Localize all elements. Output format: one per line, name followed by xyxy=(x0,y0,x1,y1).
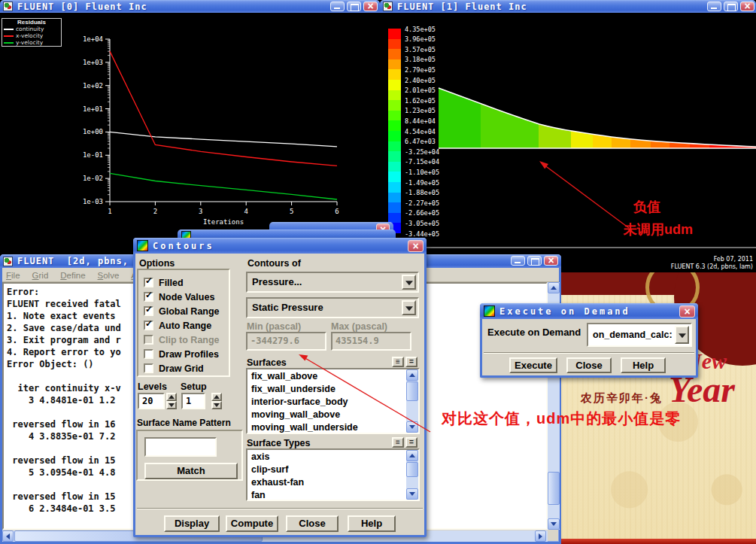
close-button[interactable] xyxy=(363,2,378,11)
levels-stepper[interactable]: 20 xyxy=(138,393,165,409)
help-button[interactable]: Help xyxy=(348,515,396,532)
legend-item: continuity xyxy=(2,26,61,32)
maximize-button[interactable] xyxy=(724,2,738,11)
annotation-udm-not-called: 未调用udm xyxy=(624,220,693,239)
chevron-down-icon[interactable] xyxy=(675,326,689,344)
residuals-titlebar[interactable]: FLUENT [0] Fluent Inc xyxy=(0,0,380,13)
svg-text:3: 3 xyxy=(199,208,202,215)
select-all-icon[interactable]: ≡ xyxy=(392,437,404,448)
checkbox-box[interactable] xyxy=(144,349,153,359)
close-icon[interactable] xyxy=(408,240,424,252)
match-button[interactable]: Match xyxy=(144,463,238,479)
close-button[interactable]: Close xyxy=(566,357,612,373)
scroll-down-icon[interactable] xyxy=(406,488,418,500)
list-item[interactable]: fan xyxy=(247,489,406,501)
checkbox-box xyxy=(144,335,153,345)
list-item[interactable]: moving_wall_underside xyxy=(247,421,406,434)
menu-file[interactable]: File xyxy=(6,269,20,283)
minimize-button[interactable] xyxy=(511,256,525,266)
list-item[interactable]: moving_wall_above xyxy=(247,409,406,421)
scroll-down-icon[interactable] xyxy=(548,518,560,530)
surfaces-label: Surfaces xyxy=(247,357,287,368)
stamp-version: FLUENT 6.3 (2d, pbns, lam) xyxy=(642,263,753,271)
deselect-icon[interactable]: = xyxy=(405,357,417,367)
checkbox-box[interactable] xyxy=(144,292,153,302)
list-item[interactable]: fix_wall_above xyxy=(247,370,406,383)
pattern-input[interactable] xyxy=(144,437,217,457)
setup-stepper[interactable]: 1 xyxy=(181,393,205,409)
list-item[interactable]: fix_wall_underside xyxy=(247,383,406,396)
svg-text:4: 4 xyxy=(244,208,247,215)
list-item[interactable]: clip-surf xyxy=(247,463,406,476)
scroll-down-icon[interactable] xyxy=(406,421,418,433)
legend-label: y-velocity xyxy=(16,39,43,46)
chevron-down-icon[interactable] xyxy=(166,401,177,409)
checkbox-draw-grid[interactable]: Draw Grid xyxy=(138,361,229,375)
display-button[interactable]: Display xyxy=(164,515,220,532)
surfaces-list[interactable]: fix_wall_abovefix_wall_undersideinterior… xyxy=(246,368,420,434)
checkbox-box[interactable] xyxy=(144,306,153,316)
options-label: Options xyxy=(139,258,175,269)
field-dropdown[interactable]: Pressure... xyxy=(246,272,419,293)
scroll-up-icon[interactable] xyxy=(406,450,418,461)
chevron-up-icon[interactable] xyxy=(166,393,177,401)
setup-spin-arrows[interactable] xyxy=(211,393,222,409)
maximize-button[interactable] xyxy=(347,2,361,11)
compute-button[interactable]: Compute xyxy=(226,515,278,532)
contour-titlebar[interactable]: FLUENT [1] Fluent Inc xyxy=(380,0,756,13)
list-item[interactable]: interior-surface_body xyxy=(247,396,406,409)
scroll-right-icon[interactable] xyxy=(535,530,546,542)
menu-define[interactable]: Define xyxy=(60,269,85,283)
checkbox-draw-profiles[interactable]: Draw Profiles xyxy=(138,347,229,361)
close-button[interactable]: Close xyxy=(286,515,339,532)
scrollbar-thumb[interactable] xyxy=(406,381,418,401)
scroll-up-icon[interactable] xyxy=(548,282,560,293)
svg-text:6: 6 xyxy=(335,208,339,215)
minimize-button[interactable] xyxy=(707,2,721,11)
execute-button[interactable]: Execute xyxy=(509,357,557,373)
menu-grid[interactable]: Grid xyxy=(32,269,49,283)
card-lunar-text: 农历辛卯年·兔 xyxy=(581,391,663,406)
surface-types-list[interactable]: axisclip-surfexhaust-fanfan xyxy=(246,448,420,501)
execute-dialog-titlebar[interactable]: Execute on Demand xyxy=(480,303,698,319)
list-item[interactable]: exhaust-fan xyxy=(247,476,406,489)
levels-spin-arrows[interactable] xyxy=(166,393,177,409)
subfield-dropdown[interactable]: Static Pressure xyxy=(246,297,419,318)
chevron-down-icon[interactable] xyxy=(402,300,416,315)
colorbar-band xyxy=(388,193,401,203)
chevron-down-icon[interactable] xyxy=(402,275,416,290)
colorbar-label: 8.44e+04 xyxy=(405,117,436,125)
contours-dialog-titlebar[interactable]: Contours xyxy=(133,238,427,254)
checkbox-box[interactable] xyxy=(144,321,153,330)
colorbar-label: -2.27e+05 xyxy=(405,199,439,207)
close-icon[interactable] xyxy=(679,305,695,318)
checkbox-auto-range[interactable]: Auto Range xyxy=(138,318,229,333)
menu-solve[interactable]: Solve xyxy=(98,269,120,283)
close-button[interactable] xyxy=(740,2,754,11)
svg-text:1: 1 xyxy=(108,208,111,215)
checkbox-box[interactable] xyxy=(144,363,153,373)
scroll-left-icon[interactable] xyxy=(2,530,14,542)
list-item[interactable]: axis xyxy=(247,451,406,463)
checkbox-global-range[interactable]: Global Range xyxy=(138,304,229,318)
contours-dialog-title: Contours xyxy=(153,241,214,251)
maximize-button[interactable] xyxy=(527,256,542,266)
chevron-down-icon[interactable] xyxy=(211,401,222,409)
chevron-up-icon[interactable] xyxy=(211,393,222,401)
minimize-button[interactable] xyxy=(330,2,345,11)
checkbox-node-values[interactable]: Node Values xyxy=(138,290,229,304)
surfaces-scrollbar[interactable] xyxy=(406,369,418,433)
scroll-up-icon[interactable] xyxy=(406,369,418,381)
close-button[interactable] xyxy=(544,256,558,266)
help-button[interactable]: Help xyxy=(621,357,666,373)
types-scrollbar[interactable] xyxy=(406,450,418,500)
colorbar-band xyxy=(388,80,401,90)
function-dropdown[interactable]: on_demand_calc: xyxy=(587,323,692,347)
scrollbar-thumb[interactable] xyxy=(548,472,560,505)
deselect-icon[interactable]: = xyxy=(405,437,417,448)
checkbox-filled[interactable]: Filled xyxy=(138,275,229,290)
checkbox-box[interactable] xyxy=(144,278,153,287)
svg-text:5: 5 xyxy=(290,208,293,215)
select-all-icon[interactable]: ≡ xyxy=(392,357,404,367)
scrollbar-thumb[interactable] xyxy=(406,462,418,477)
